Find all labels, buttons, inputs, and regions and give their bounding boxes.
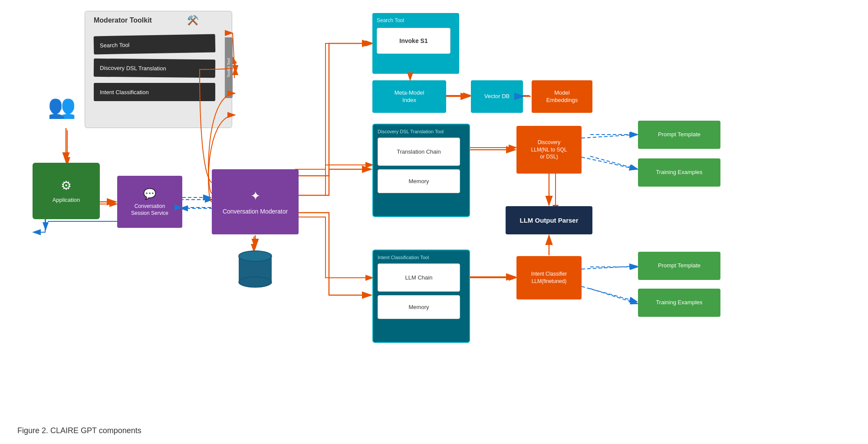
toolkit-container: Moderator Toolkit ⚒️ Search Tool Discove… — [85, 11, 232, 128]
application-node: ⚙ Application — [33, 163, 100, 219]
svg-line-37 — [582, 135, 637, 138]
toolkit-card-intent: Intent Classification — [94, 83, 215, 101]
intent-tool-header: Intent Classification Tool — [378, 255, 465, 260]
training-examples-2-label: Training Examples — [656, 299, 702, 306]
translation-chain-node: Translation Chain — [378, 138, 460, 166]
toolkit-dsl-label: Discovery DSL Translation — [100, 64, 166, 71]
toolkit-card-dsl: Discovery DSL Translation — [94, 59, 215, 78]
invoke-s1-node: Invoke S1 — [377, 28, 450, 54]
prompt-template-1-node: Prompt Template — [638, 121, 720, 149]
figure-caption: Figure 2. CLAIRE GPT components — [17, 426, 141, 435]
dsl-tool-header: Discovery DSL Translation Tool — [378, 129, 465, 134]
intent-tool-container: Intent Classification Tool LLM Chain Mem… — [372, 250, 470, 343]
discovery-llm-label: Discovery LLM(NL to SQL or DSL) — [531, 139, 567, 161]
toolkit-icon: ⚒️ — [187, 15, 199, 26]
memory-dsl-label: Memory — [409, 178, 429, 184]
prompt-template-2-node: Prompt Template — [638, 252, 720, 280]
meta-model-index-label: Meta-Model Index — [395, 89, 424, 104]
toolkit-title: Moderator Toolkit — [94, 16, 152, 24]
caption-text: Figure 2. CLAIRE GPT components — [17, 426, 141, 435]
svg-point-22 — [239, 277, 272, 287]
memory-intent-label: Memory — [409, 304, 429, 310]
user-icon: 👥 — [48, 93, 76, 120]
vector-db-node: Vector DB — [471, 80, 523, 113]
intent-classifier-llm-node: Intent Classifier LLM(finetuned) — [516, 256, 582, 299]
training-examples-1-node: Training Examples — [638, 158, 720, 187]
svg-line-38 — [582, 157, 637, 169]
svg-line-39 — [582, 266, 637, 269]
discovery-llm-node: Discovery LLM(NL to SQL or DSL) — [516, 126, 582, 174]
model-embeddings-label: Model Embeddings — [546, 89, 578, 104]
memory-dsl-node: Memory — [378, 169, 460, 193]
conversation-session-label: Conversation Session Service — [131, 203, 168, 217]
toolkit-card-search: Search Tool — [94, 34, 216, 55]
application-label: Application — [53, 197, 80, 204]
database-cylinder — [238, 250, 273, 290]
search-tool-header-label: Search Tool — [377, 17, 404, 24]
intent-classifier-llm-label: Intent Classifier LLM(finetuned) — [531, 270, 567, 285]
svg-line-40 — [582, 286, 637, 302]
svg-point-23 — [239, 251, 272, 261]
conversation-moderator-label: Conversation Moderator — [223, 207, 288, 215]
translation-chain-label: Translation Chain — [397, 148, 441, 155]
conversation-session-node: 💬 Conversation Session Service — [117, 176, 182, 228]
dsl-tool-container: Discovery DSL Translation Tool Translati… — [372, 124, 470, 217]
toolkit-intent-label: Intent Classification — [100, 89, 149, 95]
vector-db-label: Vector DB — [484, 93, 510, 100]
invoke-s1-label: Invoke S1 — [399, 37, 427, 45]
diagram: 👥 ⚙ Application Moderator Toolkit ⚒️ Sea… — [0, 0, 868, 421]
search-tool-node: Search Tool Invoke S1 — [372, 13, 459, 74]
toolkit-search-label: Search Tool — [100, 42, 130, 49]
training-examples-1-label: Training Examples — [656, 169, 702, 176]
llm-chain-label: LLM Chain — [405, 274, 433, 281]
llm-output-parser-label: LLM Output Parser — [519, 216, 578, 225]
llm-chain-node: LLM Chain — [378, 263, 460, 292]
model-embeddings-node: Model Embeddings — [532, 80, 592, 113]
prompt-template-1-label: Prompt Template — [658, 131, 700, 138]
conversation-moderator-node: ✦ Conversation Moderator — [212, 169, 299, 234]
svg-line-19 — [590, 289, 638, 304]
prompt-template-2-label: Prompt Template — [658, 262, 700, 270]
svg-line-14 — [590, 156, 638, 169]
llm-output-parser-node: LLM Output Parser — [506, 206, 592, 234]
memory-intent-node: Memory — [378, 295, 460, 319]
training-examples-2-node: Training Examples — [638, 289, 720, 317]
toolkit-side-label: Toolkit Tool — [225, 37, 233, 98]
meta-model-index-node: Meta-Model Index — [372, 80, 446, 113]
